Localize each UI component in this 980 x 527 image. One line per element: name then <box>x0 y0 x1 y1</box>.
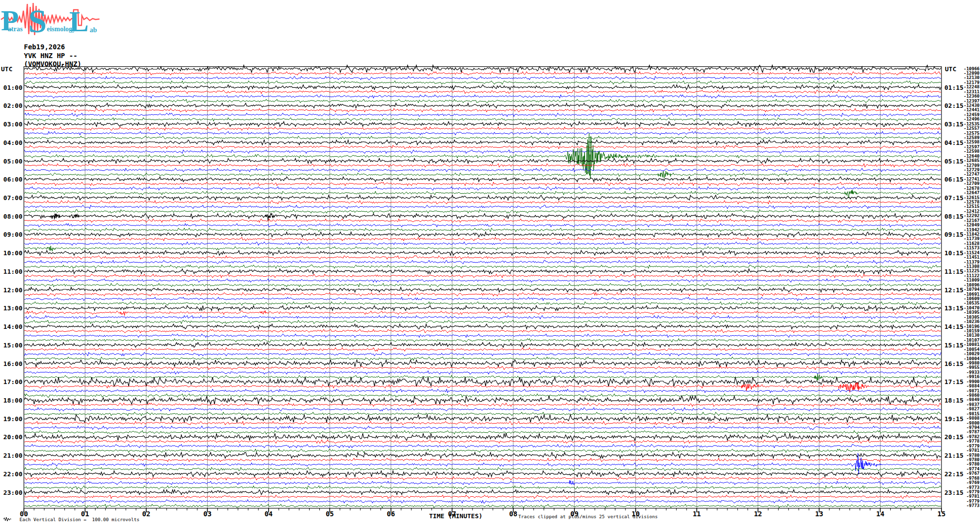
trace-row <box>24 316 941 319</box>
hour-label-03:00: 03:00 <box>0 121 22 128</box>
trace-row <box>24 302 941 305</box>
trace-row <box>24 490 941 495</box>
minute-label-04: 04 <box>260 510 277 518</box>
row-value: -9916 <box>959 375 980 379</box>
row-value: -11573 <box>959 246 980 250</box>
trace-row <box>24 430 941 434</box>
trace-row <box>24 163 941 167</box>
trace-row <box>24 366 941 369</box>
trace-row <box>24 260 941 264</box>
row-value: -12360 <box>959 94 980 99</box>
trace-row <box>24 495 941 498</box>
hour-label-22:00: 22:00 <box>0 470 22 478</box>
row-value: -12248 <box>959 85 980 89</box>
hour-label-15:00: 15:00 <box>0 342 22 349</box>
trace-row <box>24 150 941 153</box>
trace-row <box>24 256 941 259</box>
trace-row <box>24 213 941 221</box>
trace-row <box>24 339 941 342</box>
trace-row <box>24 228 941 231</box>
hour-label-13:00: 13:00 <box>0 304 22 312</box>
row-value: -9778 <box>959 439 980 444</box>
trace-row <box>24 329 941 333</box>
hour-label-04:00: 04:00 <box>0 139 22 146</box>
trace-row <box>24 334 941 337</box>
trace-row <box>24 113 941 117</box>
minute-label-05: 05 <box>321 510 338 518</box>
row-value: -12557 <box>959 126 980 131</box>
trace-row <box>24 99 941 102</box>
trace-row <box>24 159 941 163</box>
row-value: -9767 <box>959 471 980 476</box>
trace-row <box>24 471 941 477</box>
trace-row <box>24 403 941 406</box>
trace-row <box>24 445 941 448</box>
hour-label-01:00: 01:00 <box>0 84 22 91</box>
minute-label-12: 12 <box>750 510 766 518</box>
trace-row <box>24 72 941 75</box>
minute-label-14: 14 <box>872 510 889 518</box>
trace-row <box>24 394 941 397</box>
trace-row <box>24 348 941 351</box>
hour-label-14:00: 14:00 <box>0 323 22 330</box>
row-value: -12441 <box>959 108 980 112</box>
trace-row <box>24 279 941 282</box>
trace-row <box>24 422 941 425</box>
row-value: -12598 <box>959 149 980 154</box>
trace-row <box>24 320 941 324</box>
trace-row <box>24 237 941 241</box>
trace-row <box>24 311 941 316</box>
row-value: -11451 <box>959 255 980 260</box>
hour-label-23:00: 23:00 <box>0 489 22 496</box>
hour-label-19:00: 19:00 <box>0 415 22 423</box>
trace-row <box>24 452 941 458</box>
hour-label-21:00: 21:00 <box>0 452 22 459</box>
hour-label-07:00: 07:00 <box>0 194 22 202</box>
trace-row <box>24 205 941 208</box>
trace-row <box>24 269 941 274</box>
trace-row <box>24 122 941 126</box>
trace-row <box>24 210 941 213</box>
trace-row <box>24 219 941 223</box>
row-value: -12496 <box>959 117 980 122</box>
row-value: -11009 <box>959 278 980 283</box>
minute-label-11: 11 <box>688 510 705 518</box>
trace-row <box>24 284 941 287</box>
clip-note: Traces clipped at plus/minus 25 vertical… <box>518 514 658 519</box>
hour-label-18:00: 18:00 <box>0 397 22 404</box>
trace-row <box>24 377 941 386</box>
trace-row <box>24 467 941 471</box>
hour-label-20:00: 20:00 <box>0 433 22 441</box>
row-value: -9808 <box>959 416 980 421</box>
trace-row <box>24 500 941 503</box>
helicorder-page: P atras S eismology L ab Feb19,2026 YVK … <box>0 0 980 527</box>
trace-row <box>24 426 941 429</box>
row-value: -9884 <box>959 384 980 388</box>
minute-label-06: 06 <box>383 510 399 518</box>
trace-row <box>24 274 941 278</box>
row-value: -12709 <box>959 182 980 186</box>
trace-row <box>24 201 941 204</box>
row-value: -12292 <box>959 214 980 218</box>
trace-row <box>24 81 941 84</box>
row-value: -10794 <box>959 287 980 292</box>
trace-row <box>24 440 941 443</box>
trace-row <box>24 90 941 94</box>
trace-row <box>24 374 941 381</box>
trace-row <box>24 305 941 310</box>
trace-row <box>24 171 941 178</box>
hour-label-08:00: 08:00 <box>0 213 22 220</box>
trace-row <box>24 412 941 416</box>
trace-row <box>24 136 941 140</box>
trace-row <box>24 352 941 356</box>
trace-row <box>24 343 941 347</box>
hour-label-16:00: 16:00 <box>0 360 22 367</box>
trace-row <box>24 246 940 251</box>
trace-row <box>24 458 941 462</box>
seismogram-plot <box>0 0 980 527</box>
row-value: -9769 <box>959 481 980 485</box>
trace-row <box>24 95 941 98</box>
row-value: -9781 <box>959 448 980 453</box>
trace-row <box>24 182 941 185</box>
trace-row <box>24 360 941 367</box>
